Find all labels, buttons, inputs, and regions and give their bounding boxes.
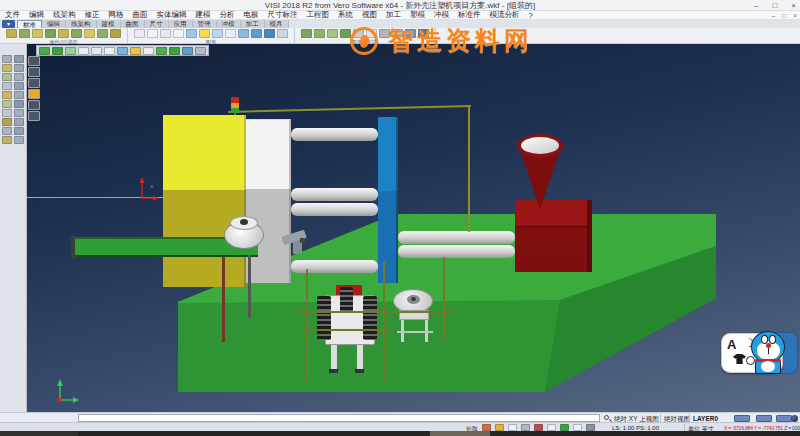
sidebar-tool-icon[interactable]: [14, 73, 24, 81]
tool-icon[interactable]: [340, 29, 351, 38]
tool-icon[interactable]: [225, 29, 236, 38]
float-tool-icon[interactable]: [28, 111, 40, 121]
sidebar-tool-icon[interactable]: [2, 73, 12, 81]
tool-icon[interactable]: [45, 29, 56, 38]
layer-label[interactable]: LAYER0: [693, 415, 718, 422]
view-cube-icon[interactable]: [182, 47, 193, 55]
tool-icon[interactable]: [379, 29, 390, 38]
menu-item[interactable]: 实体编辑: [157, 10, 187, 20]
tool-icon[interactable]: [277, 29, 288, 38]
toolbar-tab[interactable]: 标准: [17, 20, 42, 28]
view-cube-icon[interactable]: [78, 47, 89, 55]
tool-icon[interactable]: [264, 29, 275, 38]
sidebar-tool-icon[interactable]: [2, 55, 12, 63]
command-input[interactable]: [78, 414, 600, 422]
menu-item[interactable]: 编辑: [29, 10, 44, 20]
tool-icon[interactable]: [6, 29, 17, 38]
tool-icon[interactable]: [353, 29, 364, 38]
sidebar-tool-icon[interactable]: [14, 127, 24, 135]
view-cube-icon[interactable]: [39, 47, 50, 55]
sidebar-tool-icon[interactable]: [2, 118, 12, 126]
mdi-close-button[interactable]: ×: [793, 12, 797, 19]
sidebar-tool-icon[interactable]: [2, 91, 12, 99]
sidebar-tool-icon[interactable]: [14, 82, 24, 90]
menu-item[interactable]: 曲面: [133, 10, 148, 20]
close-button[interactable]: ×: [791, 0, 796, 11]
snap-toggle-icon[interactable]: [560, 424, 569, 431]
tool-icon[interactable]: [418, 29, 429, 38]
menu-item[interactable]: 分析: [220, 10, 235, 20]
menu-item[interactable]: 电极: [244, 10, 259, 20]
float-tool-icon[interactable]: [28, 67, 40, 77]
menu-item[interactable]: 视图: [362, 10, 377, 20]
tool-icon[interactable]: [301, 29, 312, 38]
menu-item[interactable]: 文件: [5, 10, 20, 20]
viewport-3d[interactable]: [27, 44, 800, 412]
menu-item[interactable]: 模流分析: [490, 10, 520, 20]
toolbar-tab[interactable]: 应用: [169, 20, 193, 28]
tool-icon[interactable]: [199, 29, 210, 38]
tool-icon[interactable]: [405, 29, 416, 38]
toolbar-tab[interactable]: 加工: [241, 20, 265, 28]
view-cube-icon[interactable]: [91, 47, 102, 55]
tool-icon[interactable]: [238, 29, 249, 38]
tool-icon[interactable]: [32, 29, 43, 38]
sidebar-tool-icon[interactable]: [14, 91, 24, 99]
snap-toggle-icon[interactable]: [573, 424, 582, 431]
menu-item[interactable]: 系统: [338, 10, 353, 20]
view-cube-icon[interactable]: [143, 47, 154, 55]
restore-button[interactable]: □: [772, 0, 777, 11]
tool-icon[interactable]: [71, 29, 82, 38]
sidebar-tool-icon[interactable]: [14, 118, 24, 126]
status-button[interactable]: [734, 415, 750, 422]
view-cube-icon[interactable]: [117, 47, 128, 55]
toolbar-tab[interactable]: 线架构: [66, 20, 97, 28]
sidebar-tool-icon[interactable]: [14, 64, 24, 72]
sidebar-tool-icon[interactable]: [14, 109, 24, 117]
menu-item[interactable]: 塑模: [410, 10, 425, 20]
tool-icon[interactable]: [212, 29, 223, 38]
tool-icon[interactable]: [160, 29, 171, 38]
float-tool-icon[interactable]: [28, 56, 40, 66]
menu-item[interactable]: 冲模: [434, 10, 449, 20]
tool-icon[interactable]: [58, 29, 69, 38]
toolbar-tab[interactable]: 曲面: [121, 20, 145, 28]
tool-icon[interactable]: [251, 29, 262, 38]
tool-icon[interactable]: [147, 29, 158, 38]
view-cube-icon[interactable]: [169, 47, 180, 55]
tool-icon[interactable]: [392, 29, 403, 38]
search-icon[interactable]: [604, 415, 609, 420]
tool-icon[interactable]: [97, 29, 108, 38]
tool-icon[interactable]: [327, 29, 338, 38]
status-button[interactable]: [776, 415, 792, 422]
snap-toggle-icon[interactable]: [521, 424, 530, 431]
tool-icon[interactable]: [173, 29, 184, 38]
sidebar-tool-icon[interactable]: [14, 136, 24, 144]
render-sphere-icon[interactable]: [791, 415, 798, 422]
menu-item[interactable]: 加工: [386, 10, 401, 20]
mdi-restore-button[interactable]: □: [782, 12, 786, 19]
view-cube-icon[interactable]: [195, 47, 206, 55]
toolbar-tab[interactable]: 管理: [193, 20, 217, 28]
minimize-button[interactable]: –: [754, 0, 758, 11]
toolbar-tab[interactable]: 模具: [265, 20, 289, 28]
toolbar-dropdown-button[interactable]: ▾: [2, 20, 15, 28]
menu-item[interactable]: 标准件: [458, 10, 481, 20]
toolbar-tab[interactable]: 建模: [97, 20, 121, 28]
menu-item[interactable]: 网格: [109, 10, 124, 20]
view-cube-icon[interactable]: [156, 47, 167, 55]
snap-toggle-icon[interactable]: [586, 424, 595, 431]
menu-item[interactable]: 修正: [85, 10, 100, 20]
menu-item[interactable]: 建模: [196, 10, 211, 20]
view-cube-icon[interactable]: [52, 47, 63, 55]
snap-toggle-icon[interactable]: [495, 424, 504, 431]
sidebar-tool-icon[interactable]: [2, 136, 12, 144]
toolbar-tab[interactable]: 冲模: [217, 20, 241, 28]
menu-item[interactable]: 线架构: [53, 10, 76, 20]
menu-item[interactable]: 尺寸标注: [268, 10, 298, 20]
tool-icon[interactable]: [366, 29, 377, 38]
view-cube-icon[interactable]: [130, 47, 141, 55]
float-tool-icon[interactable]: [28, 89, 40, 99]
sidebar-tool-icon[interactable]: [2, 100, 12, 108]
view-cube-icon[interactable]: [104, 47, 115, 55]
